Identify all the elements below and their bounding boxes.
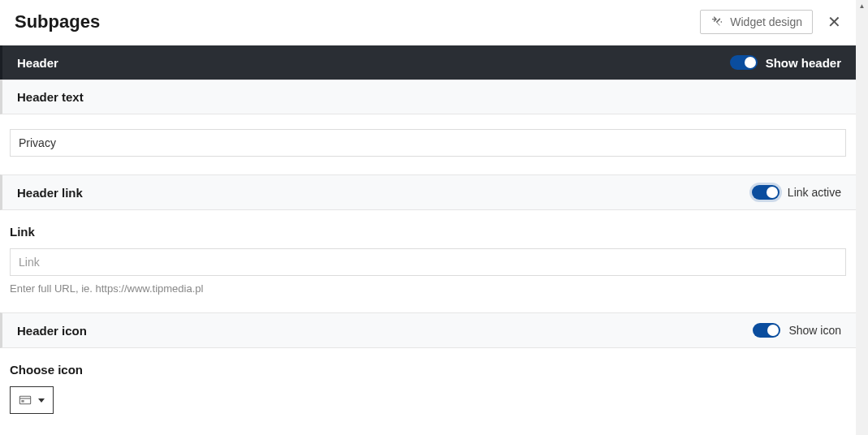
scrollbar-arrow-up-icon: ▲ xyxy=(856,0,868,12)
widget-design-button[interactable]: Widget design xyxy=(700,10,813,34)
header-text-section-bar: Header text xyxy=(0,80,856,114)
paint-bucket-icon xyxy=(710,15,723,28)
link-content: Link Enter full URL, ie. https://www.tip… xyxy=(0,210,856,312)
link-input[interactable] xyxy=(10,248,846,276)
header-link-section-label: Header link xyxy=(17,186,83,200)
card-icon xyxy=(19,394,32,407)
link-field-label: Link xyxy=(10,225,846,239)
header-link-section-bar: Header link Link active xyxy=(0,174,856,210)
toggle-knob xyxy=(767,187,778,198)
page-title: Subpages xyxy=(15,11,100,32)
show-header-toggle-group: Show header xyxy=(730,55,841,70)
show-icon-toggle-group: Show icon xyxy=(753,323,841,338)
close-icon: ✕ xyxy=(827,13,841,31)
show-icon-toggle-label: Show icon xyxy=(788,324,841,337)
show-icon-toggle[interactable] xyxy=(753,323,780,338)
link-active-toggle-group: Link active xyxy=(752,185,841,200)
show-header-toggle[interactable] xyxy=(730,55,758,70)
header-actions: Widget design ✕ xyxy=(700,10,841,34)
toggle-knob xyxy=(745,57,756,68)
show-header-toggle-label: Show header xyxy=(766,56,841,70)
header-text-input[interactable] xyxy=(10,129,846,157)
header-icon-section-bar: Header icon Show icon xyxy=(0,312,856,348)
page-header: Subpages Widget design ✕ xyxy=(0,0,856,45)
link-active-toggle[interactable] xyxy=(752,185,779,200)
choose-icon-content: Choose icon xyxy=(0,348,856,432)
choose-icon-label: Choose icon xyxy=(10,363,846,377)
link-active-toggle-label: Link active xyxy=(788,186,841,199)
header-section-label: Header xyxy=(17,56,58,70)
link-helper-text: Enter full URL, ie. https://www.tipmedia… xyxy=(10,282,846,295)
header-section-bar: Header Show header xyxy=(0,45,856,80)
header-text-section-label: Header text xyxy=(17,90,84,104)
header-icon-section-label: Header icon xyxy=(17,324,87,338)
toggle-knob xyxy=(767,325,779,336)
icon-picker-button[interactable] xyxy=(10,386,54,414)
svg-rect-2 xyxy=(21,400,24,403)
close-button[interactable]: ✕ xyxy=(827,14,841,30)
header-text-content xyxy=(0,114,856,174)
widget-design-label: Widget design xyxy=(730,15,802,28)
scrollbar[interactable]: ▲ xyxy=(856,0,868,435)
chevron-down-icon xyxy=(38,398,45,403)
